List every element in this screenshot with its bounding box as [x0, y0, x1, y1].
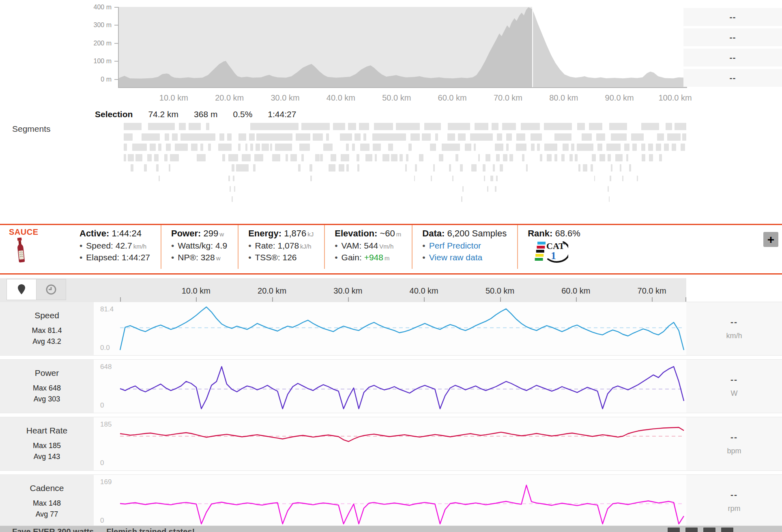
segment-bar[interactable] — [301, 123, 329, 130]
segment-bar[interactable] — [537, 144, 540, 151]
segment-bar[interactable] — [484, 176, 485, 181]
segment-bar[interactable] — [197, 154, 206, 161]
segment-bar[interactable] — [462, 186, 464, 192]
segment-bar[interactable] — [591, 164, 593, 172]
segment-bar[interactable] — [563, 144, 569, 151]
segment-bar[interactable] — [315, 154, 320, 161]
segment-bar[interactable] — [582, 133, 592, 141]
segment-bar[interactable] — [233, 176, 234, 181]
segment-bar[interactable] — [128, 154, 134, 161]
segment-bar[interactable] — [200, 144, 203, 151]
segment-bar[interactable] — [626, 154, 629, 161]
segment-bar[interactable] — [142, 133, 159, 141]
segment-bar[interactable] — [609, 196, 610, 202]
segment-bar[interactable] — [657, 133, 664, 141]
segment-bar[interactable] — [516, 144, 526, 151]
segment-bar[interactable] — [396, 123, 419, 130]
segment-bar[interactable] — [610, 176, 611, 181]
segment-bar[interactable] — [664, 144, 669, 151]
graph-row-chart[interactable]: 1690 — [94, 475, 686, 528]
segment-bar[interactable] — [310, 176, 312, 181]
segment-bar[interactable] — [561, 154, 565, 161]
segment-bar[interactable] — [154, 154, 159, 161]
segment-bar[interactable] — [254, 154, 263, 161]
segment-bar[interactable] — [442, 144, 460, 151]
segment-bar[interactable] — [148, 123, 175, 130]
segment-bar[interactable] — [478, 154, 480, 161]
segment-bar[interactable] — [506, 133, 512, 141]
segment-bar[interactable] — [577, 123, 585, 130]
segment-bar[interactable] — [656, 144, 661, 151]
segment-bar[interactable] — [433, 164, 435, 172]
segment-bar[interactable] — [641, 144, 645, 151]
segment-bar[interactable] — [169, 164, 170, 172]
segment-bar[interactable] — [144, 164, 147, 172]
stat-sub[interactable]: •Perf Predictor — [422, 241, 507, 251]
segment-bar[interactable] — [331, 154, 336, 161]
segment-bar[interactable] — [135, 154, 142, 161]
segment-bar[interactable] — [256, 144, 260, 151]
segment-bar[interactable] — [578, 164, 581, 172]
segment-bar[interactable] — [375, 154, 377, 161]
segment-bar[interactable] — [452, 176, 453, 181]
segment-bar[interactable] — [682, 133, 686, 141]
segment-bar[interactable] — [346, 164, 349, 172]
segment-bar[interactable] — [526, 164, 528, 172]
segment-bar[interactable] — [681, 144, 685, 151]
segment-bar[interactable] — [150, 144, 156, 151]
segment-bar[interactable] — [341, 154, 349, 161]
segment-bar[interactable] — [352, 144, 355, 151]
segment-bar[interactable] — [470, 133, 492, 141]
segment-bar[interactable] — [357, 154, 359, 161]
segment-bar[interactable] — [172, 133, 178, 141]
segment-bar[interactable] — [405, 164, 407, 172]
segment-bar[interactable] — [147, 154, 152, 161]
segment-bar[interactable] — [487, 186, 488, 192]
segment-bar[interactable] — [227, 133, 232, 141]
segment-bar[interactable] — [250, 123, 299, 130]
segment-bar[interactable] — [497, 133, 503, 141]
segment-bar[interactable] — [632, 144, 637, 151]
segment-bar[interactable] — [608, 186, 609, 192]
segment-bar[interactable] — [245, 144, 248, 151]
segment-bar[interactable] — [448, 123, 470, 130]
segment-bar[interactable] — [388, 144, 393, 151]
segment-bar[interactable] — [346, 144, 349, 151]
segment-bar[interactable] — [228, 154, 238, 161]
stat-link[interactable]: Perf Predictor — [429, 241, 481, 250]
segment-bar[interactable] — [339, 164, 344, 172]
segment-bar[interactable] — [495, 144, 503, 151]
segment-bar[interactable] — [191, 144, 197, 151]
segment-bar[interactable] — [272, 154, 280, 161]
segment-bar[interactable] — [275, 144, 292, 151]
segment-bar[interactable] — [158, 144, 161, 151]
segment-bar[interactable] — [326, 133, 329, 141]
segment-bar[interactable] — [250, 144, 253, 151]
segment-bar[interactable] — [323, 144, 332, 151]
segment-bar[interactable] — [500, 164, 503, 172]
segment-bar[interactable] — [544, 123, 572, 130]
segment-bar[interactable] — [296, 133, 310, 141]
segment-bar[interactable] — [496, 154, 499, 161]
segment-bar[interactable] — [156, 164, 159, 172]
segment-bar[interactable] — [659, 154, 662, 161]
segment-bar[interactable] — [577, 144, 594, 151]
segment-bar[interactable] — [410, 133, 419, 141]
segment-bar[interactable] — [435, 133, 438, 141]
segment-bar[interactable] — [262, 144, 269, 151]
segment-bar[interactable] — [256, 133, 292, 141]
segment-bar[interactable] — [675, 123, 686, 130]
segment-bar[interactable] — [242, 154, 251, 161]
segment-bar[interactable] — [189, 123, 201, 130]
segment-bar[interactable] — [637, 176, 638, 181]
segment-bar[interactable] — [131, 164, 133, 172]
segment-bar[interactable] — [554, 154, 557, 161]
segment-bar[interactable] — [460, 164, 463, 172]
segment-bar[interactable] — [175, 144, 188, 151]
segment-bar[interactable] — [363, 133, 366, 141]
segment-bar[interactable] — [408, 144, 412, 151]
segment-bar[interactable] — [164, 154, 168, 161]
segment-bar[interactable] — [597, 144, 602, 151]
segment-bar[interactable] — [569, 154, 573, 161]
segment-bar[interactable] — [222, 154, 225, 161]
